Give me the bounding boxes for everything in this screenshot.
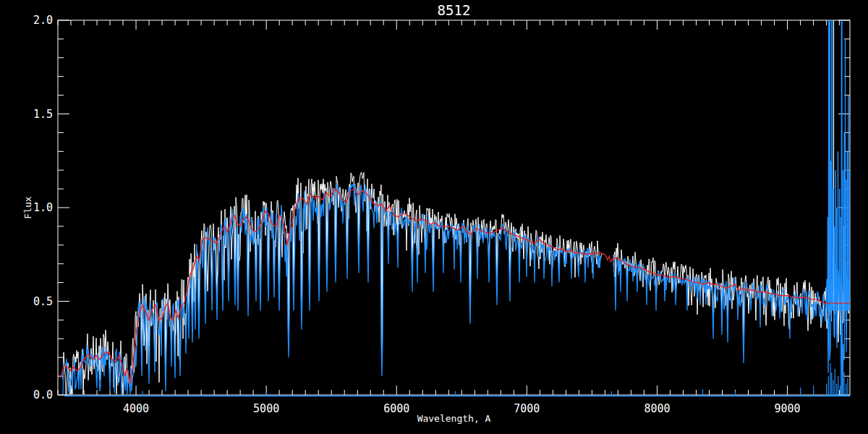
spectrum-chart-canvas: 4000500060007000800090000.00.51.01.52.0 — [0, 0, 868, 434]
y-axis-label: Flux — [22, 196, 33, 218]
y-axis-ticks — [58, 20, 850, 395]
x-axis-label: Wavelength, A — [58, 413, 850, 424]
y-tick-label: 0.0 — [33, 388, 53, 401]
chart-title: 8512 — [58, 2, 850, 18]
spectrum-polyline — [63, 184, 602, 394]
plot-border — [58, 20, 850, 395]
y-tick-label: 2.0 — [33, 14, 53, 27]
y-tick-label: 1.5 — [33, 108, 53, 121]
spectrum-plot-window: 4000500060007000800090000.00.51.01.52.0 … — [0, 0, 868, 434]
y-tick-label: 1.0 — [33, 201, 53, 214]
y-tick-label: 0.5 — [33, 295, 53, 308]
spectrum-polyline — [63, 172, 602, 394]
